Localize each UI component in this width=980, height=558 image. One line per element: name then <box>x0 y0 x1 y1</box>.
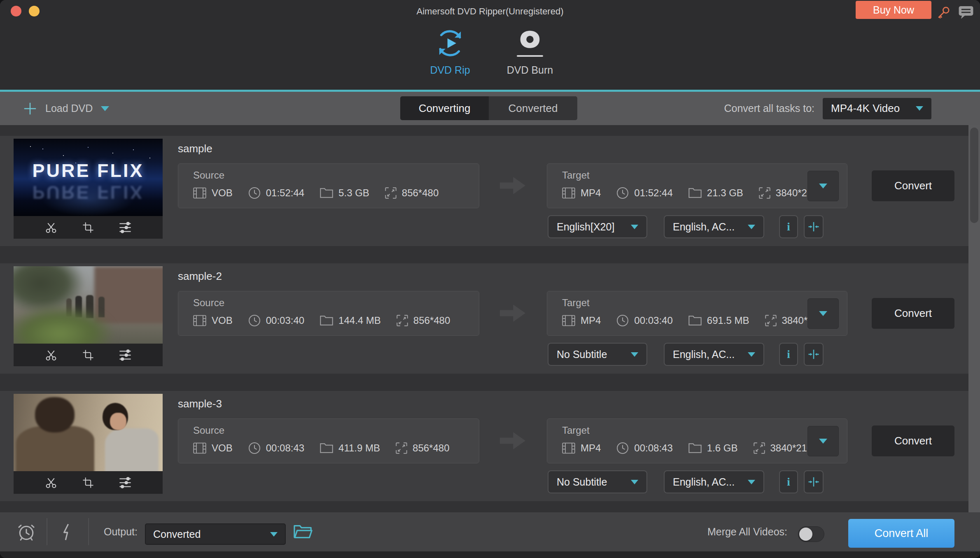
audio-value: English, AC... <box>673 221 735 233</box>
target-format: MP4 <box>581 442 601 454</box>
scissors-icon[interactable] <box>44 221 58 235</box>
source-resolution: 856*480 <box>413 315 450 326</box>
window-title: Aimersoft DVD Ripper(Unregistered) <box>417 6 564 17</box>
target-label: Target <box>562 297 590 309</box>
target-label: Target <box>562 425 590 436</box>
target-size: 21.3 GB <box>707 187 743 199</box>
film-icon <box>193 442 206 454</box>
close-icon[interactable] <box>11 6 21 16</box>
source-box: Source VOB 00:03:40 144.4 MB 856*480 <box>178 291 479 336</box>
target-format: MP4 <box>581 315 601 326</box>
buy-now-button[interactable]: Buy Now <box>856 1 931 19</box>
output-dropdown[interactable]: Converted <box>145 523 286 545</box>
tab-dvd-rip[interactable]: DVD Rip <box>419 26 481 76</box>
adjust-icon[interactable] <box>118 348 132 362</box>
target-preset-button[interactable] <box>807 426 839 456</box>
load-dvd-button[interactable]: Load DVD <box>23 92 109 125</box>
convert-button[interactable]: Convert <box>872 298 954 329</box>
target-box: Target MP4 00:08:43 1.6 GB 3840*2160 <box>547 418 847 463</box>
scrollbar-thumb[interactable] <box>970 128 978 223</box>
film-icon <box>562 187 575 199</box>
convert-all-button[interactable]: Convert All <box>848 519 954 548</box>
thumbnail-image <box>14 394 163 471</box>
trim-button[interactable] <box>804 215 824 238</box>
tab-converted[interactable]: Converted <box>489 96 577 120</box>
minimize-icon[interactable] <box>29 6 40 16</box>
open-folder-icon[interactable] <box>291 512 315 551</box>
folder-icon <box>320 442 333 454</box>
caret-down-icon <box>916 106 923 111</box>
caret-down-icon <box>819 311 827 316</box>
info-button[interactable]: i <box>779 343 798 366</box>
schedule-icon[interactable] <box>14 512 39 551</box>
target-preset-button[interactable] <box>807 171 839 201</box>
adjust-icon[interactable] <box>118 221 132 235</box>
subtitle-dropdown[interactable]: English[X20] <box>548 215 647 238</box>
folder-icon <box>688 187 702 199</box>
trim-button[interactable] <box>804 470 824 493</box>
video-thumbnail[interactable] <box>14 266 163 366</box>
convert-all-format-value: MP4-4K Video <box>831 102 900 115</box>
tab-converting[interactable]: Converting <box>400 96 489 120</box>
load-dvd-label: Load DVD <box>45 102 93 114</box>
merge-toggle[interactable] <box>798 526 824 542</box>
subtitle-value: English[X20] <box>557 221 614 233</box>
source-box: Source VOB 01:52:44 5.3 GB 856*480 <box>178 163 479 208</box>
caret-down-icon <box>748 352 755 357</box>
lightning-icon[interactable] <box>55 512 78 551</box>
arrow-right-icon <box>500 432 525 449</box>
audio-dropdown[interactable]: English, AC... <box>664 343 764 366</box>
tab-dvd-burn[interactable]: DVD Burn <box>499 26 561 76</box>
caret-down-icon <box>819 184 827 188</box>
thumbnail-image <box>14 266 163 344</box>
target-duration: 00:03:40 <box>634 315 672 326</box>
convert-all-format-dropdown[interactable]: MP4-4K Video <box>823 98 931 119</box>
info-button[interactable]: i <box>779 215 798 238</box>
merge-all-videos-label: Merge All Videos: <box>707 512 787 551</box>
tab-dvd-burn-label: DVD Burn <box>507 64 553 76</box>
film-icon <box>193 315 206 326</box>
video-thumbnail[interactable] <box>14 394 163 494</box>
audio-value: English, AC... <box>673 349 735 360</box>
task-title: sample-2 <box>178 270 222 283</box>
crop-icon[interactable] <box>81 348 95 362</box>
trim-button[interactable] <box>804 343 824 366</box>
window-bottom-edge <box>0 551 980 558</box>
adjust-icon[interactable] <box>118 476 132 490</box>
scissors-icon[interactable] <box>44 348 58 362</box>
clock-icon <box>248 187 261 199</box>
audio-dropdown[interactable]: English, AC... <box>664 470 764 493</box>
scissors-icon[interactable] <box>44 476 58 490</box>
toolbar: Load DVD Converting Converted Convert al… <box>0 92 980 125</box>
clock-icon <box>248 314 261 327</box>
key-icon[interactable] <box>936 4 952 21</box>
audio-dropdown[interactable]: English, AC... <box>664 215 764 238</box>
chat-icon[interactable] <box>958 4 974 21</box>
caret-down-icon <box>748 480 755 484</box>
arrow-right-icon <box>500 305 525 322</box>
bottom-bar: Output: Converted Merge All Videos: Conv… <box>0 512 980 551</box>
subtitle-dropdown[interactable]: No Subtitle <box>548 470 647 493</box>
task-row: PURE FLIX PURE FLIX sample So <box>0 136 980 246</box>
clock-icon <box>616 314 629 327</box>
load-dvd-caret-icon[interactable] <box>101 106 109 111</box>
video-thumbnail[interactable]: PURE FLIX PURE FLIX <box>14 139 163 239</box>
footer-divider <box>47 518 47 545</box>
target-preset-button[interactable] <box>807 298 839 329</box>
subtitle-value: No Subtitle <box>557 349 607 360</box>
task-list: PURE FLIX PURE FLIX sample So <box>0 125 980 512</box>
caret-down-icon <box>819 439 827 444</box>
target-format: MP4 <box>581 187 601 199</box>
output-label: Output: <box>104 512 138 551</box>
crop-icon[interactable] <box>81 476 95 490</box>
convert-button[interactable]: Convert <box>872 425 954 456</box>
info-button[interactable]: i <box>779 470 798 493</box>
target-box: Target MP4 01:52:44 21.3 GB 3840*2160 <box>547 163 847 208</box>
main-tabs: DVD Rip DVD Burn <box>419 26 561 76</box>
thumbnail-image: PURE FLIX PURE FLIX <box>14 139 163 216</box>
task-row: sample-3 Source VOB 00:08:43 411.9 MB 85… <box>0 391 980 501</box>
convert-button[interactable]: Convert <box>872 170 954 201</box>
source-format: VOB <box>212 187 233 199</box>
subtitle-dropdown[interactable]: No Subtitle <box>548 343 647 366</box>
crop-icon[interactable] <box>81 221 95 235</box>
